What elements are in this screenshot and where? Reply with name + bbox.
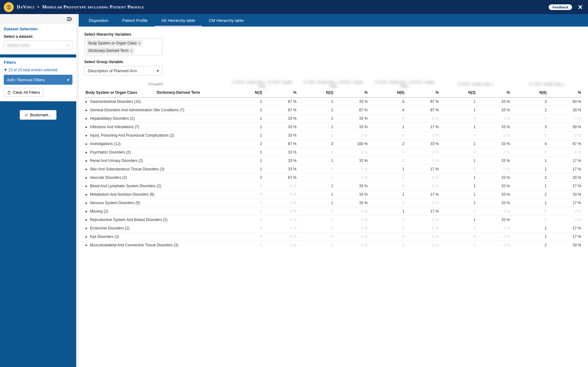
pct-column-header-4[interactable]: % [477, 88, 511, 98]
pct-column-header-5[interactable]: % [548, 88, 582, 98]
app-header: DaVinci > Modular Prototype including Pa… [0, 0, 588, 14]
n-cell: 2 [298, 106, 335, 114]
soc-label: Investigations (12) [90, 142, 121, 146]
pct-cell: 0 % [334, 233, 369, 241]
pct-cell: 33 % [477, 216, 511, 224]
pct-cell: 0 % [334, 216, 369, 224]
expand-icon[interactable]: ▸ [86, 218, 89, 222]
n-column-header-4[interactable]: N(3) [440, 88, 477, 98]
feedback-button[interactable]: Feedback [549, 4, 572, 10]
pct-column-header-3[interactable]: % [406, 88, 440, 98]
pct-cell: 33 % [263, 148, 298, 157]
pct-cell: 0 % [406, 216, 440, 224]
chip-remove-icon[interactable]: × [130, 49, 132, 53]
n-column-header-1[interactable]: N(3) [227, 88, 264, 98]
pct-cell: 17 % [548, 199, 582, 207]
n-cell: 2 [227, 98, 264, 106]
pct-cell: 33 % [548, 190, 582, 199]
n-cell: 0 [369, 157, 406, 165]
soc-label: Eye Disorders (2) [90, 234, 119, 239]
sidebar: Dataset Selection Select a dataset: data… [0, 14, 76, 367]
expand-icon[interactable]: ▸ [86, 234, 89, 239]
expand-icon[interactable]: ▸ [86, 226, 89, 230]
soc-cell: ▸Eye Disorders (2) [84, 233, 227, 241]
soc-label: Psychiatric Disorders (2) [90, 150, 131, 154]
expand-icon[interactable]: ▸ [86, 184, 89, 188]
pct-column-header-2[interactable]: % [334, 88, 369, 98]
pct-cell: 0 % [477, 131, 511, 140]
n-column-header-2[interactable]: N(3) [298, 88, 335, 98]
breadcrumb-page: Modular Prototype including Patient Prof… [42, 4, 144, 10]
expand-icon[interactable]: ▸ [86, 192, 89, 197]
close-icon[interactable]: ✕ [576, 3, 584, 11]
table-row: ▸Endocrine Disorders (2)00 %00 %00 %00 %… [84, 224, 582, 233]
n-cell: 1 [227, 165, 264, 173]
hierarchy-variables-input[interactable]: Body System or Organ Class×Dictionary-De… [84, 38, 162, 55]
pct-cell: 17 % [548, 165, 582, 173]
expand-icon[interactable]: ▸ [86, 175, 89, 180]
pct-cell: 0 % [334, 207, 369, 216]
n-cell: 4 [369, 98, 406, 106]
n-cell: 0 [369, 224, 406, 233]
table-row: ▸Missing (2)00 %00 %117 %00 %00 % [84, 207, 582, 216]
expand-icon[interactable]: ▸ [86, 99, 89, 104]
pct-cell: 0 % [263, 224, 298, 233]
tab-cm-hierarchy-table[interactable]: CM Hierarchy table [202, 14, 250, 27]
soc-label: Injury, Poisoning And Procedural Complic… [90, 133, 174, 138]
clear-all-filters-button[interactable]: Clear All Filters [4, 88, 43, 97]
breadcrumb-app[interactable]: DaVinci [17, 4, 34, 10]
pct-cell: 33 % [406, 140, 440, 148]
n-column-header-3[interactable]: N(6) [369, 88, 406, 98]
bookmark-label: Bookmark... [30, 113, 52, 117]
pct-cell: 0 % [263, 199, 298, 207]
n-cell: 0 [440, 233, 477, 241]
sidebar-collapse-button[interactable] [0, 14, 76, 24]
pct-cell: 0 % [406, 173, 440, 182]
pct-cell: 0 % [477, 241, 511, 249]
n-cell: 0 [511, 131, 548, 140]
arm-header-2: A-TXXX Health Mon. x-STXXX Health Setg. [298, 78, 369, 88]
expand-icon[interactable]: ▸ [86, 243, 89, 247]
n-cell: 3 [511, 123, 548, 131]
expand-icon[interactable]: ▸ [86, 116, 89, 121]
pct-cell: 33 % [548, 106, 582, 114]
table-row: ▸Eye Disorders (2)00 %00 %00 %00 %117 % [84, 233, 582, 241]
pct-cell: 0 % [548, 114, 582, 123]
n-column-header-5[interactable]: N(6) [511, 88, 548, 98]
expand-icon[interactable]: ▸ [86, 125, 89, 129]
n-cell: 4 [511, 140, 548, 148]
soc-column-header[interactable]: Body System or Organ Class [84, 88, 156, 98]
dataset-selection-title: Dataset Selection [0, 24, 76, 33]
chevron-down-icon: ▾ [157, 68, 159, 73]
tab-patient-profile[interactable]: Patient Profile [116, 14, 155, 27]
n-cell: 1 [369, 165, 406, 173]
group-variable-select[interactable]: Description of Planned Arm ▾ [84, 66, 162, 75]
expand-icon[interactable]: ▸ [86, 142, 89, 146]
tab-disposition[interactable]: Disposition [82, 14, 116, 27]
tab-ae-hierarchy-table[interactable]: AE Hierarchy table [155, 14, 202, 27]
expand-icon[interactable]: ▸ [86, 150, 89, 154]
expand-icon[interactable]: ▸ [86, 108, 89, 112]
expand-icon[interactable]: ▸ [86, 201, 89, 205]
pct-cell: 67 % [406, 98, 440, 106]
pct-cell: 33 % [263, 165, 298, 173]
ddt-column-header[interactable]: Dictionary-Derived Term [156, 88, 227, 98]
hierarchy-variables-label: Select Hierarchy Variables [84, 32, 582, 37]
n-cell: 4 [369, 106, 406, 114]
expand-icon[interactable]: ▸ [86, 158, 89, 163]
pct-column-header-1[interactable]: % [263, 88, 298, 98]
n-cell: 0 [440, 148, 477, 157]
n-cell: 0 [440, 207, 477, 216]
pct-cell: 33 % [334, 190, 369, 199]
pct-cell: 33 % [334, 123, 369, 131]
chip-remove-icon[interactable]: × [139, 41, 141, 45]
dataset-select[interactable]: dataset name ▾ [4, 41, 72, 50]
expand-icon[interactable]: ▸ [86, 209, 89, 214]
expand-icon[interactable]: ▸ [86, 167, 89, 171]
pct-cell: 17 % [406, 123, 440, 131]
expand-icon[interactable]: ▸ [86, 133, 89, 138]
n-cell: 0 [298, 241, 335, 249]
n-cell: 1 [511, 165, 548, 173]
bookmark-button[interactable]: Bookmark... [20, 110, 56, 120]
add-remove-filters-button[interactable]: Add / Remove Filters ▾ [4, 75, 72, 85]
